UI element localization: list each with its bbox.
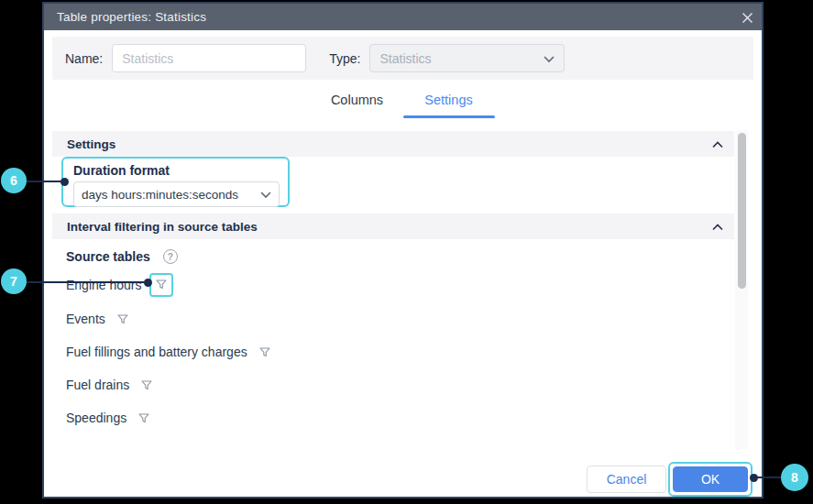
section-title: Settings bbox=[67, 137, 115, 151]
duration-format-value: days hours:minutes:seconds bbox=[82, 188, 238, 202]
filter-icon[interactable] bbox=[149, 273, 173, 297]
source-table-row-speedings: Speedings bbox=[66, 409, 149, 427]
duration-format-select[interactable]: days hours:minutes:seconds bbox=[73, 181, 280, 207]
annotation-dot-8 bbox=[750, 474, 758, 482]
source-tables-row: Source tables ? bbox=[66, 247, 178, 266]
filter-icon[interactable] bbox=[138, 413, 149, 423]
row-label: Engine hours bbox=[66, 278, 142, 292]
row-label: Events bbox=[66, 312, 105, 326]
tab-bar: Columns Settings bbox=[44, 91, 762, 118]
annotation-badge-7: 7 bbox=[1, 268, 27, 294]
annotation-line-6 bbox=[23, 181, 62, 183]
type-label: Type: bbox=[329, 51, 360, 66]
help-icon[interactable]: ? bbox=[163, 249, 178, 264]
name-input[interactable] bbox=[112, 44, 306, 72]
scrollbar-track[interactable] bbox=[735, 130, 748, 449]
filter-icon[interactable] bbox=[259, 347, 270, 357]
source-table-row-engine-hours: Engine hours bbox=[66, 272, 173, 297]
name-label: Name: bbox=[65, 51, 103, 66]
source-table-row-fuel-drains: Fuel drains bbox=[66, 376, 152, 394]
type-select[interactable]: Statistics bbox=[369, 44, 565, 72]
source-table-row-fuel-fillings: Fuel fillings and battery charges bbox=[66, 343, 270, 361]
chevron-up-icon bbox=[712, 218, 723, 235]
annotation-dot-6 bbox=[60, 178, 69, 186]
duration-format-label: Duration format bbox=[73, 163, 288, 178]
annotation-line-7 bbox=[23, 281, 147, 284]
chevron-down-icon bbox=[260, 186, 271, 203]
source-tables-label: Source tables bbox=[66, 249, 150, 264]
duration-format-group: Duration format days hours:minutes:secon… bbox=[61, 157, 290, 207]
table-properties-dialog: Table properties: Statistics Name: Type:… bbox=[42, 2, 764, 499]
ok-button-highlight: OK bbox=[668, 462, 753, 497]
scrollbar-thumb[interactable] bbox=[738, 133, 746, 289]
row-label: Fuel fillings and battery charges bbox=[66, 345, 247, 359]
annotation-badge-6: 6 bbox=[1, 168, 27, 193]
annotation-dot-7 bbox=[144, 279, 152, 287]
annotation-line-8 bbox=[755, 477, 783, 479]
filter-icon[interactable] bbox=[141, 380, 152, 390]
section-header-settings[interactable]: Settings bbox=[52, 131, 734, 157]
tab-settings[interactable]: Settings bbox=[403, 91, 495, 118]
type-select-value: Statistics bbox=[379, 51, 431, 66]
row-label: Speedings bbox=[66, 411, 126, 425]
screenshot-canvas: Table properties: Statistics Name: Type:… bbox=[0, 0, 813, 504]
filter-icon[interactable] bbox=[117, 314, 128, 324]
dialog-title: Table properties: Statistics bbox=[44, 10, 206, 24]
annotation-badge-8: 8 bbox=[781, 464, 808, 491]
chevron-down-icon bbox=[544, 50, 555, 67]
section-title: Interval filtering in source tables bbox=[67, 220, 258, 234]
row-label: Fuel drains bbox=[66, 378, 129, 392]
cancel-button[interactable]: Cancel bbox=[587, 466, 666, 493]
tab-columns[interactable]: Columns bbox=[312, 91, 403, 118]
name-type-row: Name: Type: Statistics bbox=[52, 37, 753, 80]
ok-button[interactable]: OK bbox=[673, 466, 748, 492]
dialog-titlebar: Table properties: Statistics bbox=[44, 4, 762, 30]
close-icon[interactable] bbox=[740, 10, 754, 25]
source-table-row-events: Events bbox=[66, 310, 128, 328]
chevron-up-icon bbox=[712, 136, 723, 152]
section-header-interval-filtering[interactable]: Interval filtering in source tables bbox=[52, 214, 734, 239]
